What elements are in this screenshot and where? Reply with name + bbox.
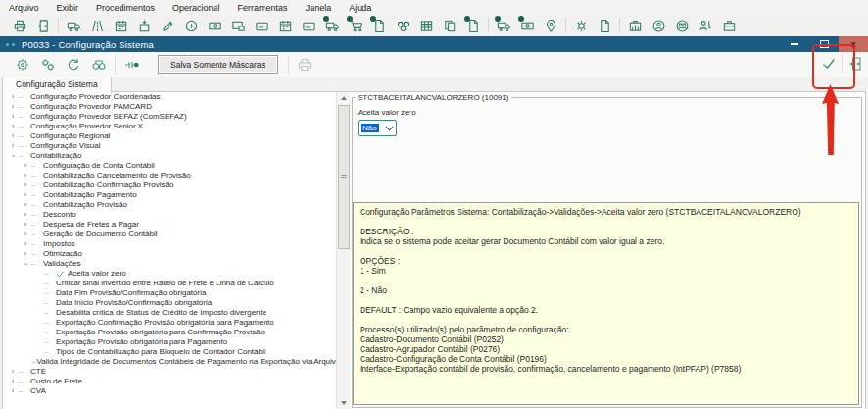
expand-icon[interactable]: ›: [20, 210, 31, 220]
menu-procedimentos[interactable]: Procedimentos: [87, 2, 164, 13]
close-button[interactable]: x: [839, 36, 868, 52]
expand-icon[interactable]: ›: [7, 102, 19, 112]
tree-item-contabilizacao-provisao[interactable]: ›–Contabilização Provisão: [3, 200, 336, 210]
tab-configuracao-sistema[interactable]: Configuração Sistema: [2, 77, 112, 93]
terminal-card-icon[interactable]: [230, 18, 246, 33]
menu-operacional[interactable]: Operacional: [164, 2, 229, 13]
save-masks-button[interactable]: Salva Somente Máscaras: [158, 55, 278, 74]
print-icon[interactable]: [297, 56, 313, 73]
expand-icon[interactable]: ›: [20, 230, 31, 239]
tree-item-exportacao-provisao-obrigatoria-para-confirmacao[interactable]: –Exportação Provisão obrigatória para Co…: [3, 328, 336, 337]
tree-item-configuracao-provedor-sefaz-comsefaz[interactable]: ›–Configuração Provedor SEFAZ (ComSEFAZ): [3, 112, 336, 122]
package-icon[interactable]: [136, 18, 152, 33]
expand-icon[interactable]: ›: [20, 239, 31, 249]
chart-case-icon[interactable]: [627, 18, 643, 33]
expand-icon[interactable]: ›: [20, 171, 31, 180]
expand-icon[interactable]: ›: [20, 249, 31, 259]
user-circle-icon[interactable]: [651, 18, 666, 33]
tree-item-configuracao-provedor-pamcard[interactable]: ›–Configuração Provedor PAMCARD: [3, 102, 336, 112]
menu-janela[interactable]: Janela: [297, 2, 341, 13]
scroll-down-icon[interactable]: [337, 397, 350, 409]
tree-item-tipos-de-contabilizacao-para-bloqueio-de-contado[interactable]: –Tipos de Contabilização para Bloqueio d…: [3, 347, 336, 357]
truck-icon[interactable]: [66, 18, 81, 33]
scroll-up-icon[interactable]: [337, 92, 350, 104]
expand-icon[interactable]: ›: [7, 122, 19, 131]
expand-icon[interactable]: ›: [7, 131, 19, 141]
gear-icon[interactable]: [573, 18, 589, 33]
expand-icon[interactable]: ›: [7, 141, 19, 151]
tree-item-cte[interactable]: ›–CTE: [3, 367, 336, 377]
tree-item-exportacao-confirmacao-provisao-obrigatoria-para[interactable]: –Exportação Confirmação Provisão obrigat…: [3, 318, 336, 328]
expand-icon[interactable]: ›: [7, 92, 19, 102]
tree-item-data-inicio-provisao-confirmacao-obrigatoria[interactable]: –Data Início Provisão/Confirmação obriga…: [3, 298, 336, 308]
truck-route-icon[interactable]: [496, 18, 511, 33]
refresh-icon[interactable]: [65, 56, 81, 73]
cart-badge-icon[interactable]: [348, 18, 363, 33]
document-9-icon[interactable]: [465, 18, 481, 33]
banknote-9-icon[interactable]: [519, 18, 535, 33]
coin-icon[interactable]: [183, 18, 199, 33]
value-combobox[interactable]: Não: [358, 120, 397, 136]
exit-icon[interactable]: [35, 18, 51, 33]
expand-icon[interactable]: ›: [20, 200, 31, 210]
tree-item-desconto[interactable]: ›–Desconto: [3, 210, 336, 220]
fleet-icon[interactable]: [395, 18, 410, 33]
confirm-check-icon[interactable]: [820, 56, 837, 73]
settings-gears-icon[interactable]: [39, 56, 56, 73]
menu-ajuda[interactable]: Ajuda: [340, 2, 380, 13]
maximize-button[interactable]: [809, 36, 839, 52]
menu-arquivo[interactable]: Arquivo: [0, 2, 48, 13]
tree-item-custo-de-frete[interactable]: ›–Custo de Frete: [3, 377, 336, 386]
tree-item-criticar-sinal-invertido-entre-rateio-de-frete-e[interactable]: –Criticar sinal invertido entre Rateio d…: [3, 279, 336, 288]
tree-item-data-fim-provisao-confirmacao-obrigatoria[interactable]: –Data Fim Provisão/Confirmação obrigatór…: [3, 288, 336, 298]
menu-exibir[interactable]: Exibir: [48, 2, 88, 13]
calendar-icon[interactable]: [113, 18, 128, 33]
tree-item-contabilizacao-pagamento[interactable]: ›–Contabilização Pagamento: [3, 190, 336, 200]
pencil-icon[interactable]: [160, 18, 175, 33]
card-icon[interactable]: [254, 18, 269, 33]
expand-icon[interactable]: ›: [7, 112, 19, 122]
expand-icon[interactable]: ›: [7, 386, 19, 396]
tree-item-validacoes[interactable]: ›–Validações: [3, 259, 336, 269]
tree-item-impostos[interactable]: ›–Impostos: [3, 239, 336, 249]
collapse-icon[interactable]: ›: [8, 151, 18, 161]
connection-icon[interactable]: [123, 56, 140, 73]
tree-item-cva[interactable]: ›–CVA: [3, 386, 336, 396]
tree-item-valida-integridade-de-documentos-contabeis-de-pa[interactable]: –Valida Integridade de Documentos Contáb…: [3, 357, 336, 367]
tree-item-configuracao-visual[interactable]: ›–Configuração Visual: [3, 141, 336, 151]
settings-eye-icon[interactable]: [14, 56, 30, 73]
expand-icon[interactable]: ›: [20, 161, 31, 171]
tree-item-contabilizacao[interactable]: ›–Contabilização: [3, 151, 336, 161]
banknote-icon[interactable]: [207, 18, 222, 33]
tree-item-geracao-de-documento-contabil[interactable]: ›–Geração de Documento Contábil: [3, 230, 336, 239]
grid-icon[interactable]: [418, 18, 434, 33]
scrollbar-thumb[interactable]: [338, 105, 350, 249]
expand-icon[interactable]: ›: [20, 190, 31, 200]
exit-door-icon[interactable]: [847, 56, 864, 73]
tree-item-otimizacao[interactable]: ›–Otimização: [3, 249, 336, 259]
expand-icon[interactable]: ›: [7, 377, 19, 386]
road-icon[interactable]: [89, 18, 105, 33]
tree-item-configuracao-de-conta-contabil[interactable]: ›–Configuração de Conta Contábil: [3, 161, 336, 171]
users-circle-icon[interactable]: [674, 18, 690, 33]
expand-icon[interactable]: ›: [7, 367, 19, 377]
documents-icon[interactable]: [442, 18, 458, 33]
tree-item-contabilizacao-cancelamento-de-provisao[interactable]: ›–Contabilização Cancelamento de Provisã…: [3, 171, 336, 180]
tree-item-desabilita-critica-de-status-de-credito-de-impos[interactable]: –Desabilita crítica de Status de Crédito…: [3, 308, 336, 318]
expand-icon[interactable]: ›: [20, 180, 31, 190]
tree-item-despesa-de-fretes-a-pagar[interactable]: ›–Despesa de Fretes a Pagar: [3, 220, 336, 230]
printer-icon[interactable]: [12, 18, 27, 33]
tree-item-contabilizacao-confirmacao-provisao[interactable]: ›–Contabilização Confirmação Provisão: [3, 180, 336, 190]
tree-item-aceita-valor-zero[interactable]: –Aceita valor zero: [3, 269, 336, 279]
user-key-icon[interactable]: [698, 18, 713, 33]
briefcase-icon[interactable]: [721, 18, 737, 33]
card-c-icon[interactable]: [301, 18, 316, 33]
menu-ferramentas[interactable]: Ferramentas: [229, 2, 297, 13]
tree-item-configuracao-regional[interactable]: ›–Configuração Regional: [3, 131, 336, 141]
tree-scrollbar[interactable]: [336, 92, 350, 409]
document-badge-icon[interactable]: [371, 18, 387, 33]
tree-item-exportacao-provisao-obrigatoria-para-pagamento[interactable]: –Exportação Provisão obrigatória para Pa…: [3, 337, 336, 347]
collapse-icon[interactable]: ›: [21, 259, 30, 269]
tree-item-configuracao-provedor-senior-x[interactable]: ›–Configuração Provedor Senior X: [3, 122, 336, 131]
tree-item-configuracao-provedor-coordenadas[interactable]: ›–Configuração Provedor Coordenadas: [3, 92, 336, 102]
